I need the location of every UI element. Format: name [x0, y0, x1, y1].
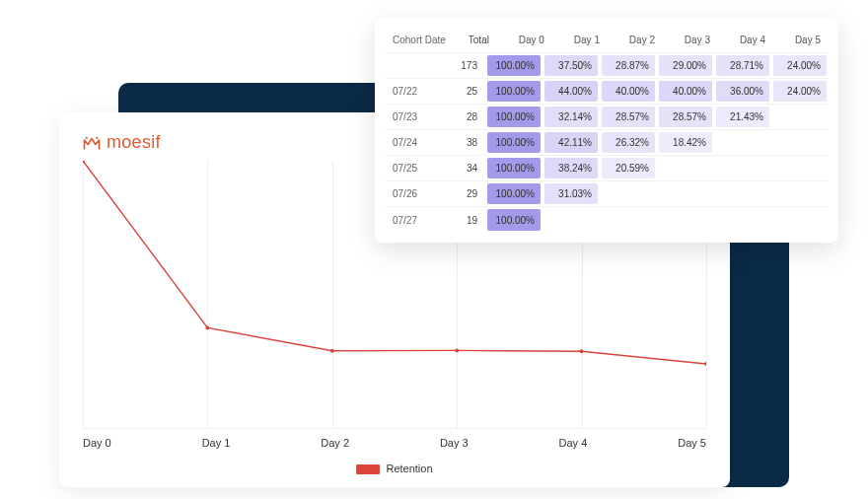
- table-cell-value: [657, 156, 714, 180]
- table-cell-total: 19: [442, 207, 485, 233]
- table-cell-value: 40.00%: [600, 79, 657, 104]
- table-cell-value: 24.00%: [771, 53, 829, 78]
- table-cell-date: 07/22: [385, 79, 442, 104]
- table-header: Total: [454, 28, 497, 52]
- table-row: 07/2328100.00%32.14%28.57%28.57%21.43%: [385, 105, 829, 130]
- table-cell-value: [714, 130, 771, 155]
- moesif-icon: [83, 134, 101, 152]
- table-cell-value: [542, 207, 600, 233]
- svg-point-3: [205, 325, 209, 329]
- table-cell-date: [385, 53, 442, 78]
- table-header-row: Cohort Date Total Day 0 Day 1 Day 2 Day …: [385, 28, 829, 53]
- table-cell-value: [657, 207, 714, 233]
- table-cell-value: [771, 130, 829, 155]
- table-cell-total: 173: [442, 53, 485, 78]
- table-cell-value: 42.11%: [542, 130, 600, 155]
- table-cell-value: 100.00%: [485, 207, 542, 233]
- table-cell-date: 07/25: [385, 156, 442, 180]
- x-tick: Day 0: [83, 437, 111, 449]
- table-cell-value: 31.03%: [542, 181, 600, 206]
- table-cell-value: 100.00%: [485, 130, 542, 155]
- table-cell-date: 07/23: [385, 105, 442, 129]
- table-cell-value: 100.00%: [485, 105, 542, 129]
- table-row: 07/2629100.00%31.03%: [385, 181, 829, 207]
- table-header: Day 5: [773, 28, 829, 52]
- table-row: 07/2719100.00%: [385, 207, 829, 233]
- table-header: Day 2: [608, 28, 663, 52]
- table-cell-value: 28.57%: [600, 105, 657, 129]
- table-row: 07/2534100.00%38.24%20.59%: [385, 156, 829, 181]
- table-cell-value: 28.71%: [714, 53, 771, 78]
- brand-name: moesif: [107, 132, 161, 153]
- table-header: Day 3: [663, 28, 718, 52]
- x-tick: Day 1: [202, 437, 231, 449]
- table-cell-value: 100.00%: [485, 53, 542, 78]
- table-cell-value: [600, 207, 657, 233]
- table-cell-date: 07/24: [385, 130, 442, 155]
- table-cell-value: 21.43%: [714, 105, 771, 129]
- table-cell-total: 25: [442, 79, 485, 104]
- legend-label: Retention: [386, 463, 432, 474]
- table-cell-total: 28: [442, 105, 485, 129]
- table-header: Cohort Date: [385, 28, 454, 52]
- table-cell-value: [657, 181, 714, 206]
- table-cell-value: 38.24%: [542, 156, 600, 180]
- table-cell-value: [771, 207, 829, 233]
- table-cell-value: [714, 156, 771, 180]
- table-header: Day 1: [552, 28, 608, 52]
- table-cell-value: [600, 181, 657, 206]
- table-cell-date: 07/27: [385, 207, 442, 233]
- table-cell-value: [714, 207, 771, 233]
- table-row: 07/2225100.00%44.00%40.00%40.00%36.00%24…: [385, 79, 829, 105]
- svg-point-6: [580, 349, 584, 353]
- table-cell-value: 18.42%: [657, 130, 714, 155]
- cohort-table-card: Cohort Date Total Day 0 Day 1 Day 2 Day …: [375, 18, 838, 243]
- table-cell-value: 29.00%: [657, 53, 714, 78]
- table-cell-value: 40.00%: [657, 79, 714, 104]
- table-cell-value: 37.50%: [542, 53, 600, 78]
- legend-swatch: [356, 464, 380, 474]
- table-cell-value: 44.00%: [542, 79, 600, 104]
- svg-point-0: [86, 136, 88, 138]
- table-cell-value: 36.00%: [714, 79, 771, 104]
- table-cell-value: 26.32%: [600, 130, 657, 155]
- svg-point-4: [330, 349, 334, 353]
- svg-point-5: [455, 348, 459, 352]
- table-cell-value: 24.00%: [771, 79, 829, 104]
- table-header: Day 4: [718, 28, 773, 52]
- table-cell-total: 38: [442, 130, 485, 155]
- svg-point-7: [704, 362, 706, 366]
- table-cell-total: 29: [442, 181, 485, 206]
- table-row: 173100.00%37.50%28.87%29.00%28.71%24.00%: [385, 53, 829, 79]
- table-cell-value: [771, 105, 829, 129]
- table-cell-value: 28.57%: [657, 105, 714, 129]
- table-cell-value: 100.00%: [485, 156, 542, 180]
- table-cell-value: 20.59%: [600, 156, 657, 180]
- chart-legend: Retention: [83, 449, 706, 474]
- table-cell-value: 28.87%: [600, 53, 657, 78]
- table-row: 07/2438100.00%42.11%26.32%18.42%: [385, 130, 829, 156]
- table-cell-date: 07/26: [385, 181, 442, 206]
- table-cell-value: [714, 181, 771, 206]
- x-tick: Day 5: [678, 437, 706, 449]
- x-tick: Day 2: [321, 437, 349, 449]
- x-tick: Day 3: [440, 437, 469, 449]
- table-cell-value: [771, 156, 829, 180]
- svg-point-1: [96, 136, 98, 138]
- table-cell-value: 100.00%: [485, 79, 542, 104]
- chart-x-axis: Day 0 Day 1 Day 2 Day 3 Day 4 Day 5: [83, 429, 706, 449]
- table-cell-value: [771, 181, 829, 206]
- x-tick: Day 4: [559, 437, 588, 449]
- table-cell-value: 32.14%: [542, 105, 600, 129]
- table-cell-total: 34: [442, 156, 485, 180]
- table-cell-value: 100.00%: [485, 181, 542, 206]
- table-header: Day 0: [497, 28, 552, 52]
